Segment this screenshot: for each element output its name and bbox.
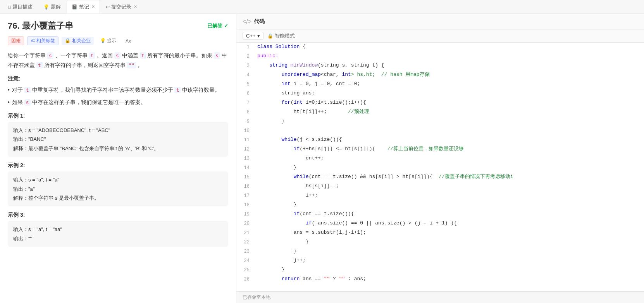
- code-line: 22 }: [236, 238, 644, 247]
- tab-notes-close[interactable]: ✕: [91, 4, 95, 9]
- description-icon: □: [8, 4, 11, 10]
- related-tags-btn[interactable]: 🏷 相关标签: [27, 36, 59, 45]
- line-content[interactable]: class Solution {: [256, 43, 644, 51]
- line-content[interactable]: while(cnt == t.size() && hs[s[i]] > ht[s…: [256, 173, 644, 181]
- line-content[interactable]: ht[t[i]]++; //预处理: [256, 108, 644, 116]
- line-content[interactable]: unordered_map<char, int> hs,ht; // hash …: [256, 70, 644, 79]
- code-header: </> 代码: [236, 14, 644, 29]
- code-line: 24 j++;: [236, 256, 644, 265]
- line-number: 23: [236, 247, 256, 255]
- example-3-box: 输入：s = "a", t = "aa" 输出："": [8, 221, 228, 247]
- line-content[interactable]: j++;: [256, 256, 644, 265]
- code-line: 8 ht[t[i]]++; //预处理: [236, 108, 644, 117]
- code-line: 2public:: [236, 52, 644, 61]
- tab-solution[interactable]: 💡 题解: [38, 0, 66, 14]
- code-line: 13 cnt++;: [236, 154, 644, 163]
- problem-title: 76. 最小覆盖子串: [8, 20, 73, 32]
- smart-mode-label: 智能模式: [275, 33, 295, 39]
- code-line: 16 hs[s[i]]--;: [236, 182, 644, 191]
- line-number: 10: [236, 126, 256, 135]
- line-content[interactable]: string minWindow(string s, string t) {: [256, 61, 644, 70]
- left-panel: 76. 最小覆盖子串 已解答 ✓ 困难 🏷 相关标签 🔒 相关企业 💡 提示 A…: [0, 14, 236, 303]
- line-content[interactable]: int i = 0, j = 0, cnt = 0;: [256, 80, 644, 88]
- tab-notes[interactable]: 📓 笔记 ✕: [67, 0, 100, 14]
- line-content[interactable]: i++;: [256, 191, 644, 200]
- line-content[interactable]: while(j < s.size()){: [256, 135, 644, 144]
- line-number: 19: [236, 210, 256, 218]
- line-content[interactable]: }: [256, 238, 644, 246]
- line-number: 17: [236, 191, 256, 200]
- line-content[interactable]: [256, 126, 644, 135]
- code-header-title: 代码: [254, 18, 265, 25]
- line-number: 8: [236, 108, 256, 116]
- main-content: 76. 最小覆盖子串 已解答 ✓ 困难 🏷 相关标签 🔒 相关企业 💡 提示 A…: [0, 14, 644, 303]
- line-content[interactable]: if(++hs[s[j]] <= ht[s[j]]){ //算上当前位置，如果数…: [256, 145, 644, 153]
- line-content[interactable]: }: [256, 200, 644, 209]
- line-content[interactable]: if( ans.size() == 0 || ans.size() > (j -…: [256, 219, 644, 228]
- line-content[interactable]: ans = s.substr(i,j-i+1);: [256, 228, 644, 237]
- line-content[interactable]: if(cnt == t.size()){: [256, 210, 644, 218]
- line-content[interactable]: }: [256, 265, 644, 274]
- smart-mode-toggle[interactable]: 🔒 智能模式: [267, 33, 295, 39]
- lang-dropdown-icon: ▾: [257, 33, 260, 39]
- right-panel: </> 代码 C++ ▾ 🔒 智能模式 1class Solution {2pu…: [236, 14, 644, 303]
- language-label: C++: [246, 33, 256, 39]
- code-line: 18 }: [236, 200, 644, 210]
- bullet-dot-2: •: [8, 98, 10, 107]
- line-number: 21: [236, 228, 256, 237]
- notes-icon: 📓: [72, 4, 77, 10]
- line-number: 7: [236, 98, 256, 107]
- code-area[interactable]: 1class Solution {2public:3 string minWin…: [236, 43, 644, 291]
- line-content[interactable]: hs[s[i]]--;: [256, 182, 644, 190]
- line-content[interactable]: return ans == "" ? "" : ans;: [256, 275, 644, 283]
- line-number: 4: [236, 70, 256, 79]
- problem-title-row: 76. 最小覆盖子串 已解答 ✓: [8, 20, 228, 32]
- line-number: 20: [236, 219, 256, 228]
- example-2-explanation: 解释：整个字符串 s 是最小覆盖子串。: [13, 193, 223, 202]
- font-btn[interactable]: Ax: [122, 38, 134, 45]
- code-line: 10: [236, 126, 644, 135]
- tab-description[interactable]: □ 题目描述: [3, 0, 38, 14]
- code-line: 19 if(cnt == t.size()){: [236, 210, 644, 219]
- line-content[interactable]: cnt++;: [256, 154, 644, 163]
- tab-submissions-label: 提交记录: [111, 3, 131, 10]
- note-text-1: 对于 t 中重复字符，我们寻找的子字符串中该字符数量必须不少于 t 中该字符数量…: [12, 86, 220, 95]
- tab-description-label: 题目描述: [12, 3, 33, 10]
- line-number: 6: [236, 89, 256, 98]
- code-line: 25 }: [236, 265, 644, 275]
- line-content[interactable]: }: [256, 163, 644, 172]
- related-company-btn[interactable]: 🔒 相关企业: [62, 37, 93, 45]
- example-1-title: 示例 1:: [8, 113, 228, 120]
- code-footer: 已存储至本地: [236, 291, 644, 303]
- code-line: 5 int i = 0, j = 0, cnt = 0;: [236, 80, 644, 89]
- lock-icon: 🔒: [267, 33, 273, 39]
- code-line: 14 }: [236, 163, 644, 173]
- solved-badge: 已解答 ✓: [207, 22, 228, 29]
- line-content[interactable]: for(int i=0;i<t.size();i++){: [256, 98, 644, 107]
- code-line: 12 if(++hs[s[j]] <= ht[s[j]]){ //算上当前位置，…: [236, 145, 644, 154]
- code-line: 15 while(cnt == t.size() && hs[s[i]] > h…: [236, 173, 644, 182]
- hint-btn[interactable]: 💡 提示: [97, 37, 119, 45]
- tab-submissions[interactable]: ↩ 提交记录 ✕: [101, 0, 142, 14]
- code-line: 26 return ans == "" ? "" : ans;: [236, 275, 644, 284]
- tab-submissions-close[interactable]: ✕: [134, 4, 137, 9]
- language-selector[interactable]: C++ ▾: [243, 32, 263, 40]
- line-number: 14: [236, 163, 256, 172]
- tag-row: 困难 🏷 相关标签 🔒 相关企业 💡 提示 Ax: [8, 36, 228, 45]
- note-item-1: • 对于 t 中重复字符，我们寻找的子字符串中该字符数量必须不少于 t 中该字符…: [8, 86, 228, 95]
- line-content[interactable]: string ans;: [256, 89, 644, 98]
- code-line: 23 }: [236, 247, 644, 256]
- example-3-output: 输出："": [13, 234, 223, 243]
- save-status: 已存储至本地: [243, 294, 270, 301]
- tab-bar: □ 题目描述 💡 题解 📓 笔记 ✕ ↩ 提交记录 ✕: [0, 0, 644, 14]
- example-3-title: 示例 3:: [8, 212, 228, 219]
- line-content[interactable]: }: [256, 117, 644, 125]
- line-content[interactable]: public:: [256, 52, 644, 60]
- code-line: 9 }: [236, 117, 644, 126]
- line-number: 13: [236, 154, 256, 163]
- line-content[interactable]: }: [256, 247, 644, 255]
- line-number: 18: [236, 200, 256, 209]
- problem-scroll[interactable]: 76. 最小覆盖子串 已解答 ✓ 困难 🏷 相关标签 🔒 相关企业 💡 提示 A…: [0, 14, 236, 303]
- code-toolbar: C++ ▾ 🔒 智能模式: [236, 29, 644, 43]
- tab-notes-label: 笔记: [79, 3, 89, 10]
